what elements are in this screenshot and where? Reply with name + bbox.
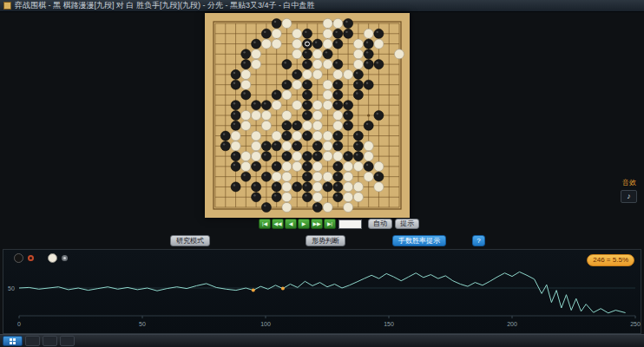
window-title: 弈战围棋 - 黑 棋路漫漫[九段] 对 白 胜负手[九段](九段) - 分先 -… bbox=[15, 0, 315, 11]
back-10-button[interactable]: ◀◀ bbox=[272, 219, 284, 229]
svg-text:50: 50 bbox=[139, 321, 146, 327]
last-move-button[interactable]: ▶| bbox=[324, 219, 336, 229]
go-board[interactable] bbox=[205, 13, 410, 218]
research-mode-button[interactable]: 研究模式 bbox=[170, 235, 210, 246]
svg-text:250: 250 bbox=[630, 321, 641, 327]
svg-text:50: 50 bbox=[8, 285, 15, 291]
app-window: 弈战围棋 - 黑 棋路漫漫[九段] 对 白 胜负手[九段](九段) - 分先 -… bbox=[0, 0, 644, 347]
taskbar bbox=[0, 334, 644, 347]
first-move-button[interactable]: |◀ bbox=[259, 219, 271, 229]
forward-1-button[interactable]: ▶ bbox=[298, 219, 310, 229]
black-stone-icon[interactable] bbox=[14, 253, 23, 263]
app-1-taskbar-icon[interactable] bbox=[25, 336, 40, 346]
help-button[interactable]: ? bbox=[472, 235, 485, 246]
app-2-taskbar-icon[interactable] bbox=[43, 336, 57, 346]
svg-text:200: 200 bbox=[507, 321, 517, 327]
app-3-taskbar-icon[interactable] bbox=[60, 336, 75, 346]
winrate-chart[interactable]: 50050100150200250 bbox=[5, 257, 641, 333]
svg-text:150: 150 bbox=[384, 321, 394, 327]
winrate-hint-toggle-button[interactable]: 手数胜率提示 bbox=[392, 235, 446, 246]
speaker-icon[interactable]: ♪ bbox=[621, 190, 637, 203]
white-winrate-toggle[interactable] bbox=[62, 255, 68, 261]
app-icon bbox=[3, 2, 11, 10]
judge-position-button[interactable]: 形势判断 bbox=[306, 235, 345, 246]
winrate-chart-panel: 246 = 5.5% 50050100150200250 bbox=[3, 249, 641, 334]
playback-controls: |◀◀◀◀▶▶▶▶| bbox=[259, 219, 336, 229]
black-winrate-toggle[interactable] bbox=[28, 255, 34, 261]
sound-label: 音效 bbox=[622, 178, 636, 187]
go-board-canvas[interactable] bbox=[205, 13, 410, 218]
auto-play-button[interactable]: 自动 bbox=[368, 219, 392, 229]
svg-text:0: 0 bbox=[17, 321, 21, 327]
windows-logo-icon bbox=[10, 338, 16, 344]
winrate-legend bbox=[14, 253, 68, 263]
winrate-tooltip: 246 = 5.5% bbox=[587, 254, 634, 266]
hint-button[interactable]: 提示 bbox=[395, 219, 419, 229]
back-1-button[interactable]: ◀ bbox=[285, 219, 297, 229]
start-button[interactable] bbox=[3, 336, 23, 346]
white-stone-icon[interactable] bbox=[48, 253, 57, 263]
svg-text:100: 100 bbox=[260, 321, 271, 327]
forward-10-button[interactable]: ▶▶ bbox=[311, 219, 323, 229]
titlebar: 弈战围棋 - 黑 棋路漫漫[九段] 对 白 胜负手[九段](九段) - 分先 -… bbox=[0, 0, 644, 12]
move-number-input[interactable] bbox=[338, 219, 362, 229]
